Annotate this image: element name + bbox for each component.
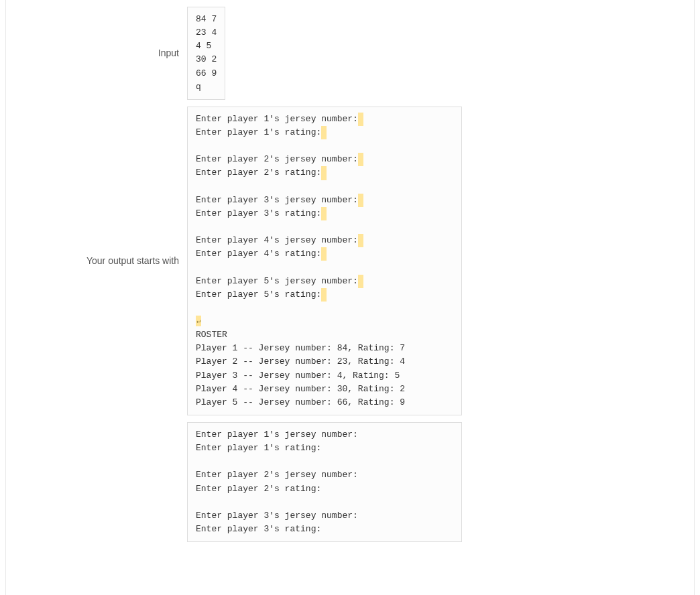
output-content: Enter player 1's jersey number: Enter pl…: [187, 107, 462, 415]
input-label: Input: [6, 7, 187, 100]
output-label: Your output starts with: [6, 107, 187, 415]
output-plain-label: [6, 422, 187, 542]
output-plain-row: Enter player 1's jersey number: Enter pl…: [6, 422, 694, 542]
output-highlighted-box: Enter player 1's jersey number: Enter pl…: [187, 107, 462, 415]
input-content: 84 7 23 4 4 5 30 2 66 9 q: [187, 7, 225, 100]
output-plain-content: Enter player 1's jersey number: Enter pl…: [187, 422, 462, 542]
newline-icon: [196, 316, 201, 326]
output-plain-box: Enter player 1's jersey number: Enter pl…: [187, 422, 462, 542]
input-code-box: 84 7 23 4 4 5 30 2 66 9 q: [187, 7, 225, 100]
content-wrapper: Input 84 7 23 4 4 5 30 2 66 9 q Your out…: [5, 0, 695, 595]
page-container: Input 84 7 23 4 4 5 30 2 66 9 q Your out…: [0, 0, 700, 595]
output-row: Your output starts with Enter player 1's…: [6, 107, 694, 415]
input-row: Input 84 7 23 4 4 5 30 2 66 9 q: [6, 7, 694, 100]
